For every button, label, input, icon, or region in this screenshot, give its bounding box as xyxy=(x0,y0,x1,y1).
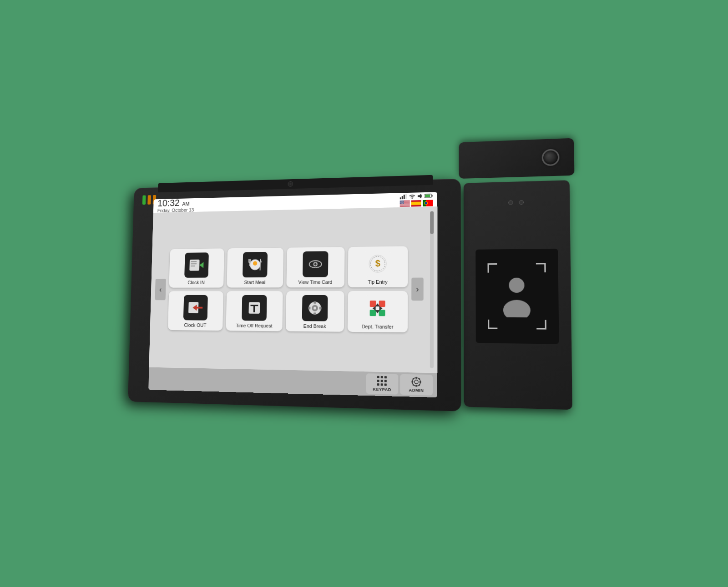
svg-rect-81 xyxy=(313,301,316,303)
clock-in-button[interactable]: Clock IN xyxy=(169,248,224,287)
svg-marker-5 xyxy=(418,193,421,198)
svg-text:$: $ xyxy=(375,258,381,268)
camera-lens-small xyxy=(288,181,293,186)
dept-transfer-icon xyxy=(364,295,391,321)
wifi-icon xyxy=(409,193,415,199)
view-time-card-icon xyxy=(303,251,329,276)
tip-entry-button[interactable]: $ Tip Entry xyxy=(348,246,408,287)
svg-rect-87 xyxy=(379,300,385,306)
time-value: 10:32 xyxy=(157,197,180,208)
flag-pt xyxy=(423,200,433,206)
prev-arrow[interactable]: ‹ xyxy=(155,278,166,300)
svg-rect-76 xyxy=(253,306,255,312)
battery-icon xyxy=(425,193,433,198)
next-arrow[interactable]: › xyxy=(411,277,424,301)
time-display: 10:32 AM xyxy=(157,198,194,208)
svg-rect-88 xyxy=(370,309,376,316)
scroll-thumb xyxy=(430,211,434,234)
bio-screen xyxy=(475,248,559,344)
status-left: 10:32 AM Friday, October 13 xyxy=(157,198,194,213)
keypad-icon xyxy=(377,376,387,386)
svg-rect-84 xyxy=(319,306,322,309)
clock-out-label: Clock OUT xyxy=(184,322,206,327)
admin-icon xyxy=(411,376,422,387)
ampm-value: AM xyxy=(182,201,189,206)
svg-rect-16 xyxy=(400,200,404,204)
view-time-card-button[interactable]: View Time Card xyxy=(286,247,344,287)
time-off-label: Time Off Request xyxy=(236,322,272,328)
keypad-label: KEYPAD xyxy=(373,387,391,392)
sensor-dot-right xyxy=(519,200,524,204)
status-right xyxy=(400,193,433,207)
tip-entry-label: Tip Entry xyxy=(368,279,388,284)
dept-transfer-button[interactable]: Dept. Transfer xyxy=(348,291,408,332)
svg-rect-3 xyxy=(405,193,407,199)
start-meal-icon xyxy=(243,251,268,277)
flag-us xyxy=(400,200,410,206)
end-break-button[interactable]: End Break xyxy=(286,291,344,332)
svg-rect-102 xyxy=(384,383,387,386)
corner-tl xyxy=(487,263,497,273)
keypad-button[interactable]: KEYPAD xyxy=(366,373,398,395)
time-off-icon xyxy=(242,295,267,321)
svg-point-105 xyxy=(415,377,417,379)
start-meal-label: Start Meal xyxy=(244,279,265,285)
main-tablet: 10:32 AM Friday, October 13 xyxy=(128,178,461,411)
top-camera-module xyxy=(459,138,574,178)
svg-rect-42 xyxy=(189,259,199,271)
start-meal-button[interactable]: Start Meal xyxy=(227,247,283,287)
svg-rect-72 xyxy=(197,306,202,308)
screen: 10:32 AM Friday, October 13 xyxy=(148,192,437,397)
svg-rect-98 xyxy=(381,380,383,382)
led-green xyxy=(142,195,146,205)
admin-button[interactable]: ADMIN xyxy=(400,374,433,395)
end-break-label: End Break xyxy=(303,323,326,328)
view-time-card-label: View Time Card xyxy=(298,279,332,284)
dept-transfer-label: Dept. Transfer xyxy=(362,323,394,329)
svg-rect-96 xyxy=(384,376,387,378)
svg-point-106 xyxy=(415,385,417,386)
admin-label: ADMIN xyxy=(409,387,424,392)
svg-point-108 xyxy=(420,381,421,383)
corner-br xyxy=(536,320,546,329)
app-area: ‹ xyxy=(149,206,438,373)
led-orange xyxy=(147,195,151,205)
svg-rect-95 xyxy=(381,376,383,378)
audio-icon xyxy=(417,193,423,198)
corner-bl xyxy=(488,319,497,329)
svg-rect-82 xyxy=(313,312,316,314)
svg-rect-7 xyxy=(425,194,430,197)
person-silhouette-icon xyxy=(500,275,534,317)
svg-rect-100 xyxy=(377,383,379,386)
app-grid: Clock IN xyxy=(165,246,412,332)
clock-in-label: Clock IN xyxy=(187,279,205,285)
clock-out-icon xyxy=(183,295,208,320)
time-off-request-button[interactable]: Time Off Request xyxy=(226,291,283,331)
clock-out-button[interactable]: Clock OUT xyxy=(168,291,223,331)
face-frame xyxy=(487,263,546,329)
svg-rect-101 xyxy=(381,383,383,386)
bio-sensors xyxy=(508,200,524,205)
scroll-track xyxy=(430,211,434,368)
svg-rect-2 xyxy=(404,194,405,199)
flag-es xyxy=(411,200,421,206)
svg-rect-94 xyxy=(377,376,379,378)
svg-rect-1 xyxy=(402,196,403,199)
end-break-icon xyxy=(302,295,328,321)
svg-point-104 xyxy=(415,380,418,383)
camera-bar xyxy=(158,175,433,192)
svg-rect-86 xyxy=(370,300,376,306)
svg-rect-8 xyxy=(432,195,433,196)
status-icons xyxy=(400,193,433,199)
clock-in-icon xyxy=(184,252,209,277)
bio-bottom-spacer xyxy=(512,389,522,399)
svg-rect-99 xyxy=(384,380,387,382)
bio-panel xyxy=(464,180,572,410)
tip-entry-icon: $ xyxy=(364,250,391,276)
svg-rect-36 xyxy=(411,201,421,205)
main-camera-lens xyxy=(542,149,560,166)
device-wrapper: 10:32 AM Friday, October 13 xyxy=(127,160,631,431)
svg-point-107 xyxy=(411,381,413,382)
sensor-dot-left xyxy=(508,200,513,205)
svg-rect-89 xyxy=(379,309,385,316)
